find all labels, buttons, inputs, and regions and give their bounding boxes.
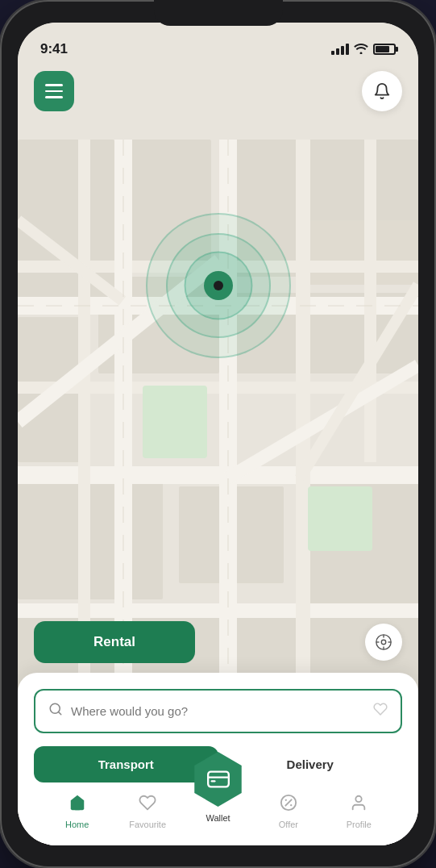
notch: [154, 0, 283, 26]
search-card: Transport Delivery Home: [18, 673, 418, 845]
nav-item-home[interactable]: Home: [42, 794, 112, 829]
svg-rect-39: [208, 772, 229, 787]
svg-line-38: [58, 712, 60, 714]
home-label: Home: [65, 820, 89, 829]
svg-rect-7: [300, 220, 418, 285]
bottom-content: Rental: [18, 621, 418, 845]
profile-icon: [350, 794, 367, 816]
home-icon: [69, 794, 86, 816]
crosshair-icon: [375, 633, 392, 651]
status-bar: 9:41: [18, 23, 418, 65]
delivery-tab[interactable]: Delivery: [218, 746, 403, 782]
menu-button[interactable]: [34, 71, 74, 111]
search-input[interactable]: [71, 704, 373, 718]
offer-icon: [280, 794, 297, 816]
menu-line-3: [45, 96, 63, 98]
profile-label: Profile: [347, 820, 372, 829]
svg-rect-27: [308, 486, 372, 551]
status-time: 9:41: [40, 41, 68, 57]
bottom-nav: Home Favourite: [34, 782, 402, 845]
svg-point-44: [356, 796, 362, 802]
svg-rect-21: [364, 140, 376, 462]
phone-frame: 9:41: [0, 0, 436, 868]
svg-rect-13: [18, 466, 418, 484]
pin-dot: [214, 281, 223, 290]
nav-item-wallet[interactable]: Wallet: [183, 796, 253, 827]
svg-rect-26: [143, 386, 207, 458]
search-icon: [48, 702, 63, 720]
favourite-nav-icon: [139, 794, 156, 816]
status-icons: [331, 43, 396, 56]
rental-button[interactable]: Rental: [34, 621, 195, 663]
notifications-button[interactable]: [362, 71, 402, 111]
signal-icon: [331, 44, 349, 55]
wallet-hex-container: Wallet: [191, 752, 246, 823]
svg-point-32: [381, 640, 386, 645]
svg-rect-41: [210, 780, 215, 782]
top-controls: [18, 71, 418, 111]
menu-line-2: [45, 90, 63, 93]
wifi-icon: [354, 43, 368, 56]
wallet-label: Wallet: [206, 813, 230, 823]
nav-item-favourite[interactable]: Favourite: [112, 794, 182, 829]
wallet-hexagon: [191, 752, 246, 807]
rental-row: Rental: [18, 621, 418, 663]
nav-item-profile[interactable]: Profile: [324, 794, 394, 829]
svg-rect-14: [18, 603, 418, 618]
menu-line-1: [45, 84, 63, 86]
favourite-label: Favourite: [129, 820, 166, 829]
favourite-icon[interactable]: [373, 702, 388, 720]
crosshair-button[interactable]: [365, 624, 402, 661]
phone-screen: 9:41: [18, 23, 418, 845]
bell-icon: [373, 82, 391, 100]
battery-icon: [373, 44, 396, 55]
search-bar[interactable]: [34, 689, 402, 733]
location-pin: [204, 271, 233, 300]
nav-item-offer[interactable]: Offer: [253, 794, 323, 829]
offer-label: Offer: [279, 820, 298, 829]
